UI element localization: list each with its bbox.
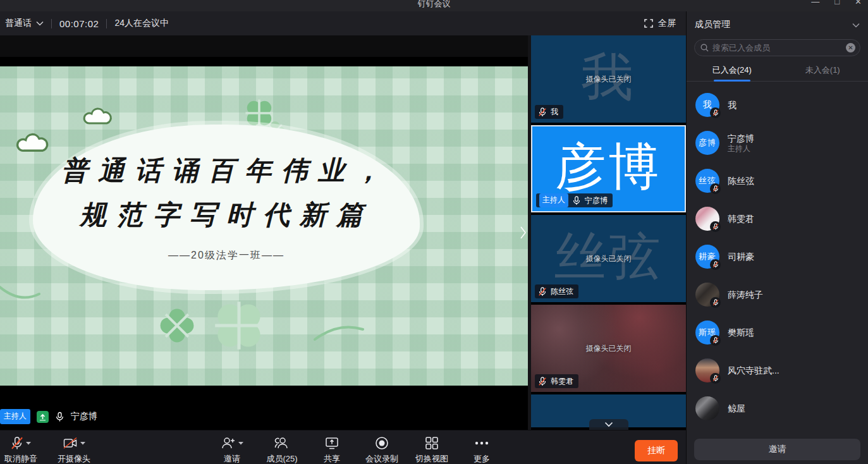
member-tabs: 已入会(24) 未入会(1) [687,59,868,82]
search-clear-icon[interactable]: ✕ [846,43,855,52]
mic-muted-icon [710,373,721,384]
member-row[interactable]: 耕豪 司耕豪 [687,238,868,276]
panel-collapse-chevron-icon[interactable] [852,19,860,30]
mic-muted-icon [11,436,23,450]
chevron-down-icon [604,422,613,427]
share-screen-button[interactable]: 共享 [314,436,350,464]
strip-scroll-down-button[interactable] [589,419,628,430]
search-icon [700,44,709,52]
divider [51,19,52,28]
host-badge: 主持人 [539,193,568,207]
maximize-icon[interactable]: □ [834,0,840,6]
people-icon [274,436,290,450]
main-video-stage[interactable]: 普通话诵百年伟业， 规范字写时代新篇 ——20级法学一班—— 主持人 宁彦博 [0,35,528,430]
stem-decoration [0,280,40,305]
hangup-button[interactable]: 挂断 [635,440,678,461]
chevron-down-icon[interactable] [238,441,243,445]
avatar: 斯瑶 [695,321,719,345]
tile-name-chip: 韩雯君 [535,374,578,388]
mic-on-icon [55,412,64,422]
member-row[interactable]: 我 我 [687,86,868,124]
member-row[interactable]: 薛涛纯子 [687,276,868,314]
chevron-down-icon[interactable] [80,441,85,445]
avatar [695,207,719,231]
share-screen-icon [324,436,339,450]
mic-muted-icon [538,287,547,296]
video-tile-chensixian[interactable]: 丝弦 摄像头已关闭 陈丝弦 [531,215,686,302]
member-row[interactable]: 彦博 宁彦博 主持人 [687,124,868,162]
clover-decoration [212,299,266,352]
tile-name-chip: 我 [535,105,563,119]
mic-muted-icon [710,335,721,346]
video-tile-hanwenjun[interactable]: 摄像头已关闭 韩雯君 [531,305,686,392]
person-add-icon [221,436,236,450]
avatar: 我 [695,93,719,117]
grid-view-icon [425,436,439,450]
cloud-decoration [15,132,52,154]
chevron-down-icon[interactable] [36,21,44,26]
panel-title: 成员管理 [695,19,730,30]
slide-subtitle: ——20级法学一班—— [168,249,284,262]
clover-decoration [152,300,202,350]
slide-text-blob: 普通话诵百年伟业， 规范字写时代新篇 ——20级法学一班—— [33,125,420,290]
divider [106,19,107,28]
record-button[interactable]: 会议录制 [364,436,400,464]
avatar: 耕豪 [695,245,719,269]
invite-toolbar-button[interactable]: 邀请 [214,436,250,464]
more-button[interactable]: 更多 [463,436,500,464]
meeting-toolbar: 取消静音 开摄像头 [0,430,686,464]
tile-name-chip: 陈丝弦 [535,284,578,298]
language-selector[interactable]: 普通话 [5,18,32,29]
unmute-button[interactable]: 取消静音 [3,436,39,464]
collapse-strip-chevron-icon[interactable] [520,225,527,243]
video-tile-me[interactable]: 我 摄像头已关闭 我 [531,35,686,123]
participant-count: 24人在会议中 [114,18,169,29]
meeting-topbar: 普通话 00:07:02 24人在会议中 全屏 [0,11,686,35]
chevron-down-icon[interactable] [26,441,31,445]
window-titlebar: 钉钉会议 — □ ✕ [0,0,868,11]
invite-button[interactable]: 邀请 [694,439,860,460]
slide-title-line1: 普通话诵百年伟业， [61,153,391,188]
video-tile-host[interactable]: 彦博 主持人 宁彦博 [531,125,686,212]
member-row[interactable]: 风穴寺驻武... [687,351,868,389]
avatar: 彦博 [695,131,719,155]
member-search-input[interactable] [712,43,842,52]
cloud-decoration [82,107,115,126]
minimize-icon[interactable]: — [811,0,819,6]
mic-on-icon [572,196,581,205]
record-icon [375,436,389,450]
mic-muted-icon [538,377,547,386]
member-row[interactable]: 丝弦 陈丝弦 [687,162,868,200]
more-dots-icon [474,436,489,450]
mic-muted-icon [710,107,721,118]
member-row[interactable]: 鲸屋 [687,389,868,427]
slide-title-line2: 规范字写时代新篇 [80,197,373,233]
member-list: 我 我 彦博 宁彦博 主持人 丝弦 陈丝弦 [687,86,868,431]
stem-decoration [314,321,364,342]
member-row[interactable]: 斯瑶 樊斯瑶 [687,314,868,351]
active-speaker-name: 宁彦博 [71,411,97,422]
shared-slide: 普通话诵百年伟业， 规范字写时代新篇 ——20级法学一班—— [0,66,528,386]
member-row[interactable]: 韩雯君 [687,200,868,238]
member-search-box: ✕ [694,39,860,56]
meeting-timer: 00:07:02 [59,18,99,29]
tile-name-chip: 主持人 宁彦博 [536,193,613,207]
camera-off-text: 摄像头已关闭 [531,253,686,264]
mic-muted-icon [710,297,721,308]
member-management-panel: 成员管理 ✕ 已入会(24) 未入会(1) 我 我 彦博 [686,11,868,464]
avatar [695,396,719,420]
close-icon[interactable]: ✕ [855,0,862,6]
switch-view-button[interactable]: 切换视图 [413,436,450,464]
members-toolbar-button[interactable]: 成员(25) [264,436,300,464]
avatar [695,283,719,307]
fullscreen-button[interactable]: 全屏 [644,11,676,35]
dingtalk-meeting-window: 钉钉会议 — □ ✕ 普通话 00:07:02 24人在会议中 全屏 [0,0,868,464]
window-title: 钉钉会议 [0,0,868,9]
stage-letterbox [0,35,528,57]
camera-on-button[interactable]: 开摄像头 [56,436,92,464]
avatar [695,358,719,382]
tab-not-joined[interactable]: 未入会(1) [778,59,868,81]
camera-off-text: 摄像头已关闭 [531,74,686,85]
fullscreen-icon [644,19,653,28]
tab-joined[interactable]: 已入会(24) [687,59,778,81]
